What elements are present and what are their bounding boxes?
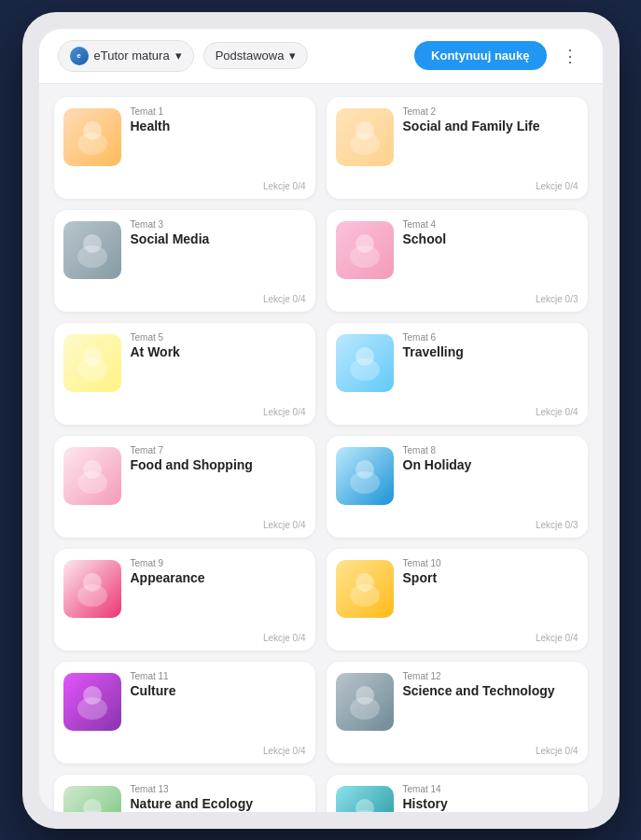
svg-point-2 xyxy=(83,121,102,140)
topic-card[interactable]: Temat 14HistoryLekcje 0/3 xyxy=(327,775,588,812)
topic-card-top: Temat 10Sport xyxy=(403,558,578,586)
topic-image-svg xyxy=(63,560,121,618)
topic-title: Social and Family Life xyxy=(403,119,578,134)
svg-point-26 xyxy=(83,573,102,592)
topic-title: School xyxy=(403,231,578,247)
topic-tag: Temat 6 xyxy=(403,332,578,343)
topic-title: Travelling xyxy=(403,344,578,360)
topic-image xyxy=(336,560,394,618)
topics-content: Temat 1HealthLekcje 0/4 Temat 2Social an… xyxy=(39,84,603,812)
svg-point-8 xyxy=(83,234,102,253)
topic-title: Appearance xyxy=(131,570,306,586)
topic-lessons: Lekcje 0/4 xyxy=(327,181,588,199)
topic-image xyxy=(336,108,394,166)
level-chevron-icon: ▾ xyxy=(289,49,296,63)
topic-lessons: Lekcje 0/4 xyxy=(327,633,588,651)
topic-card[interactable]: Temat 11CultureLekcje 0/4 xyxy=(54,662,315,763)
brand-chevron-icon: ▾ xyxy=(175,49,182,63)
topic-lessons: Lekcje 0/3 xyxy=(327,294,588,312)
topic-tag: Temat 8 xyxy=(403,445,578,455)
svg-point-20 xyxy=(83,460,102,479)
topic-image-svg xyxy=(63,447,121,505)
topic-image xyxy=(63,334,121,392)
topic-title: Science and Technology xyxy=(403,683,578,699)
topic-card[interactable]: Temat 5At WorkLekcje 0/4 xyxy=(54,323,315,425)
topic-lessons: Lekcje 0/4 xyxy=(54,520,315,538)
topic-title: Nature and Ecology xyxy=(131,796,306,812)
topic-card[interactable]: Temat 13Nature and EcologyLekcje 0/4 xyxy=(54,775,315,812)
topic-card-top: Temat 6Travelling xyxy=(403,332,578,360)
tablet-frame: e eTutor matura ▾ Podstawowa ▾ Kontynuuj… xyxy=(22,12,620,829)
topic-tag: Temat 5 xyxy=(131,332,306,343)
topic-tag: Temat 11 xyxy=(131,671,306,681)
topic-image xyxy=(63,108,121,166)
topic-card-top: Temat 4School xyxy=(403,219,578,247)
topic-tag: Temat 10 xyxy=(403,558,578,568)
topic-lessons: Lekcje 0/4 xyxy=(54,633,315,651)
topic-image xyxy=(336,334,394,392)
brand-logo: e xyxy=(70,47,89,65)
topic-image xyxy=(336,786,394,812)
svg-point-17 xyxy=(355,347,374,366)
topic-tag: Temat 9 xyxy=(131,558,306,568)
topic-tag: Temat 2 xyxy=(403,106,578,117)
brand-selector[interactable]: e eTutor matura ▾ xyxy=(58,40,194,72)
topic-title: At Work xyxy=(131,344,306,360)
topics-grid: Temat 1HealthLekcje 0/4 Temat 2Social an… xyxy=(54,97,588,812)
topic-image-svg xyxy=(336,108,394,166)
topic-card[interactable]: Temat 12Science and TechnologyLekcje 0/4 xyxy=(327,662,588,763)
topic-lessons: Lekcje 0/4 xyxy=(327,746,588,763)
topic-card[interactable]: Temat 6TravellingLekcje 0/4 xyxy=(327,323,588,425)
topic-lessons: Lekcje 0/3 xyxy=(327,520,588,538)
topic-image-svg xyxy=(336,786,394,812)
topic-card[interactable]: Temat 4SchoolLekcje 0/3 xyxy=(327,210,588,312)
topic-card[interactable]: Temat 2Social and Family LifeLekcje 0/4 xyxy=(327,97,588,199)
topic-card[interactable]: Temat 10SportLekcje 0/4 xyxy=(327,549,588,651)
topic-card-top: Temat 11Culture xyxy=(131,671,306,699)
topic-card[interactable]: Temat 7Food and ShoppingLekcje 0/4 xyxy=(54,436,315,538)
topic-image-svg xyxy=(63,334,121,392)
brand-label: eTutor matura xyxy=(94,49,170,63)
topic-image-svg xyxy=(63,786,121,812)
topic-image xyxy=(336,221,394,279)
topic-image-svg xyxy=(336,560,394,618)
topic-card-top: Temat 7Food and Shopping xyxy=(131,445,306,473)
topic-tag: Temat 13 xyxy=(131,784,306,794)
svg-point-14 xyxy=(83,347,102,366)
topic-card-top: Temat 3Social Media xyxy=(131,219,306,247)
topic-card-top: Temat 9Appearance xyxy=(131,558,306,586)
topic-image-svg xyxy=(336,334,394,392)
topic-image xyxy=(336,673,394,731)
topic-image xyxy=(336,447,394,505)
topic-title: Food and Shopping xyxy=(131,457,306,473)
topic-image-svg xyxy=(63,221,121,279)
topic-image xyxy=(63,786,121,812)
topic-lessons: Lekcje 0/4 xyxy=(54,181,315,199)
topic-tag: Temat 7 xyxy=(131,445,306,455)
topic-card-top: Temat 12Science and Technology xyxy=(403,671,578,699)
level-selector[interactable]: Podstawowa ▾ xyxy=(203,42,309,69)
topic-image xyxy=(63,221,121,279)
svg-point-11 xyxy=(355,234,374,253)
more-options-icon[interactable]: ⋮ xyxy=(556,42,584,70)
topic-image-svg xyxy=(336,221,394,279)
topic-image-svg xyxy=(63,673,121,731)
level-label: Podstawowa xyxy=(216,49,285,63)
topic-card-top: Temat 14History xyxy=(403,784,578,812)
topic-title: On Holiday xyxy=(403,457,578,473)
topic-card-top: Temat 2Social and Family Life xyxy=(403,106,578,134)
topic-card[interactable]: Temat 3Social MediaLekcje 0/4 xyxy=(54,210,315,312)
topic-image xyxy=(63,560,121,618)
svg-point-35 xyxy=(355,686,374,705)
topic-card[interactable]: Temat 9AppearanceLekcje 0/4 xyxy=(54,549,315,651)
topic-title: Health xyxy=(131,119,306,134)
continue-button[interactable]: Kontynuuj naukę xyxy=(414,41,546,70)
topic-card[interactable]: Temat 8On HolidayLekcje 0/3 xyxy=(327,436,588,538)
topic-lessons: Lekcje 0/4 xyxy=(54,294,315,312)
topic-card-top: Temat 13Nature and Ecology xyxy=(131,784,306,812)
topic-title: Social Media xyxy=(131,231,306,247)
topic-tag: Temat 12 xyxy=(403,671,578,681)
topic-lessons: Lekcje 0/4 xyxy=(327,407,588,425)
topic-card[interactable]: Temat 1HealthLekcje 0/4 xyxy=(54,97,315,199)
topic-lessons: Lekcje 0/4 xyxy=(54,407,315,425)
